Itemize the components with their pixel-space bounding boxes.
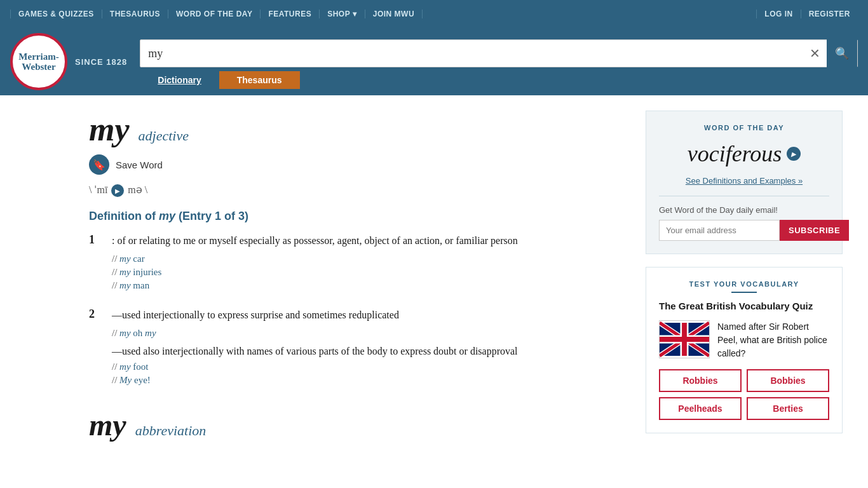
main-content: my adjective 🔖 Save Word \ ˈmī ▶ mə \ De… <box>0 95 868 458</box>
login-link[interactable]: LOG IN <box>756 10 800 18</box>
definition-heading: Definition of my (Entry 1 of 3) <box>89 210 620 223</box>
search-area: ✕ 🔍 Dictionary Thesaurus <box>140 39 858 89</box>
abbrev-pos: abbreviation <box>135 423 207 439</box>
example: // my injuries <box>112 267 620 278</box>
def-heading-word: my <box>159 210 175 222</box>
def-body: —used interjectionally to express surpri… <box>112 308 620 388</box>
email-row: SUBSCRIBE <box>659 220 829 241</box>
abbrev-word: my <box>89 407 126 442</box>
quiz-title: The Great British Vocabulary Quiz <box>659 301 829 311</box>
def-number: 1 <box>89 233 102 294</box>
save-label[interactable]: Save Word <box>116 159 163 170</box>
quiz-answers: Robbies Bobbies Peelheads Berties <box>659 369 829 420</box>
subscribe-button[interactable]: SUBSCRIBE <box>780 220 849 241</box>
clear-button[interactable]: ✕ <box>803 46 827 61</box>
quiz-question: Named after Sir Robert Peel, what are Br… <box>717 320 829 360</box>
def-text: —used interjectionally to express surpri… <box>112 308 620 323</box>
abbreviation-heading: my abbreviation <box>89 407 620 442</box>
save-word-section: 🔖 Save Word <box>89 154 620 175</box>
logo[interactable]: Merriam- Webster <box>10 33 67 90</box>
wotd-divider <box>659 196 829 196</box>
nav-games[interactable]: GAMES & QUIZZES <box>10 10 102 18</box>
register-link[interactable]: REGISTER <box>801 10 858 18</box>
example: // my man <box>112 280 620 291</box>
search-button[interactable]: 🔍 <box>827 39 857 67</box>
def-body: : of or relating to me or myself especia… <box>112 233 620 294</box>
search-tabs: Dictionary Thesaurus <box>140 71 858 89</box>
chevron-down-icon: ▾ <box>353 10 357 18</box>
quiz-label: TEST YOUR VOCABULARY <box>659 280 829 288</box>
example: // my foot <box>112 362 620 372</box>
quiz-answer-2[interactable]: Peelheads <box>659 397 742 420</box>
search-bar: ✕ 🔍 <box>140 39 858 67</box>
def-number: 2 <box>89 308 102 388</box>
audio-button[interactable]: ▶ <box>111 184 124 197</box>
quiz-answer-0[interactable]: Robbies <box>659 369 742 392</box>
def-text: : of or relating to me or myself especia… <box>112 233 620 248</box>
quiz-answer-1[interactable]: Bobbies <box>747 369 829 392</box>
logo-area: Merriam- Webster SINCE 1828 <box>10 33 127 95</box>
nav-join[interactable]: JOIN MWU <box>365 10 423 18</box>
site-header: Merriam- Webster SINCE 1828 ✕ 🔍 Dictiona… <box>0 28 868 95</box>
nav-features[interactable]: FEATURES <box>261 10 320 18</box>
definition-list: 1 : of or relating to me or myself espec… <box>89 233 620 388</box>
entry-pos: adjective <box>139 128 189 144</box>
quiz-image-row: Named after Sir Robert Peel, what are Br… <box>659 320 829 360</box>
flag-image <box>659 320 710 358</box>
quiz-divider <box>731 292 757 293</box>
entry-word: my <box>89 111 130 148</box>
wotd-word: vociferous ▶ <box>659 140 829 167</box>
wotd-audio-button[interactable]: ▶ <box>787 147 801 161</box>
quiz-box: TEST YOUR VOCABULARY The Great British V… <box>646 267 843 433</box>
wotd-email-label: Get Word of the Day daily email! <box>659 205 829 215</box>
word-heading: my adjective <box>89 111 620 148</box>
email-input[interactable] <box>659 220 780 241</box>
quiz-answer-3[interactable]: Berties <box>747 397 829 420</box>
wotd-box: WORD OF THE DAY vociferous ▶ See Definit… <box>646 111 843 254</box>
save-icon[interactable]: 🔖 <box>89 154 109 175</box>
tab-dictionary[interactable]: Dictionary <box>140 71 219 89</box>
entry-column: my adjective 🔖 Save Word \ ˈmī ▶ mə \ De… <box>89 111 620 442</box>
wotd-link[interactable]: See Definitions and Examples » <box>659 176 829 186</box>
nav-shop[interactable]: SHOP ▾ <box>320 10 365 18</box>
pron-text-1: \ ˈmī <box>89 184 107 195</box>
wotd-label: WORD OF THE DAY <box>659 124 829 132</box>
top-navigation: GAMES & QUIZZES THESAURUS WORD OF THE DA… <box>0 0 868 28</box>
pron-text-2: mə \ <box>128 184 147 195</box>
search-input[interactable] <box>140 47 803 60</box>
example: // my oh my <box>112 328 620 339</box>
definition-item: 2 —used interjectionally to express surp… <box>89 308 620 388</box>
nav-thesaurus[interactable]: THESAURUS <box>102 10 168 18</box>
def-extra: —used also interjectionally with names o… <box>112 344 620 359</box>
nav-wotd[interactable]: WORD OF THE DAY <box>168 10 261 18</box>
right-sidebar: WORD OF THE DAY vociferous ▶ See Definit… <box>646 111 843 442</box>
example: // My eye! <box>112 375 620 386</box>
example: // my car <box>112 254 620 264</box>
since-label: SINCE 1828 <box>75 57 127 67</box>
definition-item: 1 : of or relating to me or myself espec… <box>89 233 620 294</box>
uk-flag-svg <box>660 320 709 358</box>
tab-thesaurus[interactable]: Thesaurus <box>219 71 300 89</box>
pronunciation: \ ˈmī ▶ mə \ <box>89 184 620 197</box>
bookmark-icon: 🔖 <box>93 159 105 171</box>
def-heading-entry: (Entry 1 of 3) <box>179 210 248 222</box>
auth-links: LOG IN REGISTER <box>756 10 858 18</box>
search-icon: 🔍 <box>835 46 849 60</box>
